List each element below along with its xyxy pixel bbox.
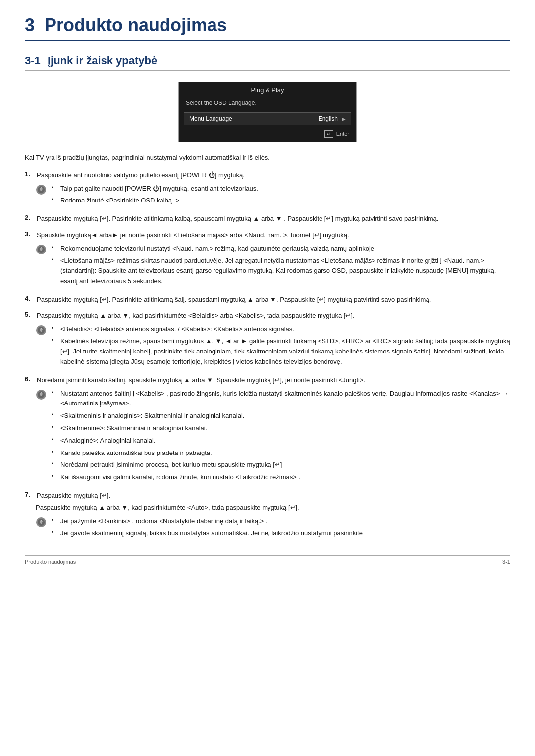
osd-arrow-icon: ▶	[342, 116, 346, 122]
bullet: •	[52, 528, 58, 536]
section-number: 3-1	[25, 54, 41, 67]
note-item: • <Skaitmeninis ir analoginis>: Skaitmen…	[52, 411, 510, 421]
step-6-number: 6.	[25, 375, 35, 383]
note-item: • <Analoginė>: Analoginiai kanalai.	[52, 436, 510, 446]
footer-left: Produkto naudojimas	[25, 559, 76, 565]
step-7-note: • Jei pažymite <Rankinis> , rodoma <Nust…	[36, 516, 510, 541]
note-text: Jei gavote skaitmeninį signalą, laikas b…	[60, 528, 363, 539]
bullet: •	[52, 244, 58, 251]
step-1-text: Paspauskite ant nuotolinio valdymo pulte…	[37, 170, 510, 181]
bullet: •	[52, 460, 58, 467]
step-7-sub-text: Paspauskite mygtuką ▲ arba ▼, kad pasiri…	[36, 504, 299, 511]
section-title-text: Įjunk ir žaisk ypatybė	[48, 54, 157, 67]
osd-menu-language-value: English ▶	[319, 115, 346, 122]
note-item: • Rodoma žinutė <Pasirinkite OSD kalbą. …	[52, 196, 510, 206]
chapter-title: 3 Produkto naudojimas	[25, 15, 510, 41]
osd-title: Plug & Play	[179, 82, 356, 97]
note-text: Rekomenduojame televizoriui nustatyti <N…	[60, 244, 376, 254]
step-5-note: • <Belaidis>: <Belaidis> antenos signala…	[36, 324, 510, 369]
osd-enter-bar: ↵ Enter	[179, 127, 356, 142]
bullet: •	[52, 389, 58, 396]
note-item: • <Belaidis>: <Belaidis> antenos signala…	[52, 324, 510, 335]
note-icon	[36, 517, 47, 528]
bullet: •	[52, 516, 58, 524]
step-2-text: Paspauskite mygtuką [↵]. Pasirinkite ati…	[37, 214, 510, 224]
bullet: •	[52, 423, 58, 431]
svg-point-8	[41, 328, 42, 329]
svg-point-5	[41, 247, 42, 248]
note-item: • <Lietošana mājās> režimas skirtas naud…	[52, 256, 510, 287]
section-title: 3-1 Įjunk ir žaisk ypatybė	[25, 54, 510, 71]
step-1-number: 1.	[25, 170, 35, 178]
note-item: • Norėdami petraukti įsiminimo procesą, …	[52, 460, 510, 470]
step-7-line: 7. Paspauskite mygtuką [↵].	[25, 491, 510, 501]
step-1-note-content: • Taip pat galite nauodti [POWER ⏻] mygt…	[52, 184, 510, 208]
step-3-number: 3.	[25, 230, 35, 238]
step-7-number: 7.	[25, 491, 35, 498]
osd-menu-language-label: Menu Language	[189, 115, 232, 122]
osd-enter-label: Enter	[336, 131, 349, 137]
intro-text: Kai TV yra iš pradžių įjungtas, pagrindi…	[25, 153, 510, 163]
note-item: • Kanalo paieška automatiškai bus pradėt…	[52, 448, 510, 458]
step-2-number: 2.	[25, 214, 35, 221]
step-6-note: • Nustatant antenos šaltinį į <Kabelis> …	[36, 389, 510, 485]
note-item: • Kai išsaugomi visi galimi kanalai, rod…	[52, 472, 510, 483]
bullet: •	[52, 472, 58, 480]
step-1-line: 1. Paspauskite ant nuotolinio valdymo pu…	[25, 170, 510, 181]
step-4-text: Paspauskite mygtuką [↵]. Pasirinkite ati…	[37, 295, 510, 305]
note-item: • Jei gavote skaitmeninį signalą, laikas…	[52, 528, 510, 539]
step-4: 4. Paspauskite mygtuką [↵]. Pasirinkite …	[25, 295, 510, 305]
step-4-number: 4.	[25, 295, 35, 302]
step-5-note-content: • <Belaidis>: <Belaidis> antenos signala…	[52, 324, 510, 369]
osd-enter-icon: ↵	[324, 130, 333, 138]
note-text: <Analoginė>: Analoginiai kanalai.	[60, 436, 156, 446]
page-footer: Produkto naudojimas 3-1	[25, 555, 510, 565]
step-3-note-content: • Rekomenduojame televizoriui nustatyti …	[52, 244, 510, 289]
note-icon	[36, 184, 47, 195]
note-text: <Skaitmeninis ir analoginis>: Skaitmenin…	[60, 411, 244, 421]
step-1-note: • Taip pat galite nauodti [POWER ⏻] mygt…	[36, 184, 510, 208]
note-text: Kanalo paieška automatiškai bus pradėta …	[60, 448, 212, 458]
svg-point-11	[41, 392, 42, 393]
bullet: •	[52, 324, 58, 332]
step-6-text: Norėdami įsiminti kanalo šaltinį, spausk…	[37, 375, 510, 386]
osd-screenshot: Plug & Play Select the OSD Language. Men…	[178, 82, 357, 142]
note-text: Taip pat galite nauodti [POWER ⏻] mygtuk…	[60, 184, 258, 194]
step-2: 2. Paspauskite mygtuką [↵]. Pasirinkite …	[25, 214, 510, 224]
step-3: 3. Spauskite mygtuką◄ arba► jei norite p…	[25, 230, 510, 289]
note-item: • <Skaitmeninė>: Skaitmeniniai ir analog…	[52, 423, 510, 434]
bullet: •	[52, 256, 58, 263]
step-7-text: Paspauskite mygtuką [↵].	[37, 491, 510, 501]
note-item: • Taip pat galite nauodti [POWER ⏻] mygt…	[52, 184, 510, 194]
bullet: •	[52, 411, 58, 418]
step-7-note-content: • Jei pažymite <Rankinis> , rodoma <Nust…	[52, 516, 510, 541]
note-text: <Skaitmeninė>: Skaitmeniniai ir analogin…	[60, 423, 207, 434]
note-text: Norėdami petraukti įsiminimo procesą, be…	[60, 460, 282, 470]
bullet: •	[52, 196, 58, 203]
svg-point-2	[41, 187, 42, 188]
osd-subtitle: Select the OSD Language.	[179, 97, 356, 110]
bullet: •	[52, 436, 58, 443]
chapter-number: 3	[25, 15, 35, 35]
bullet: •	[52, 336, 58, 344]
step-1: 1. Paspauskite ant nuotolinio valdymo pu…	[25, 170, 510, 208]
note-icon	[36, 244, 47, 255]
note-icon	[36, 325, 47, 336]
step-5-line: 5. Paspauskite mygtuką ▲ arba ▼, kad pas…	[25, 311, 510, 321]
step-7-subtext: Paspauskite mygtuką ▲ arba ▼, kad pasiri…	[36, 503, 510, 513]
note-text: Jei pažymite <Rankinis> , rodoma <Nustat…	[60, 516, 268, 527]
bullet: •	[52, 448, 58, 455]
chapter-title-text: Produkto naudojimas	[45, 15, 227, 35]
note-item: • Kabelinės televizijos režime, spausdam…	[52, 336, 510, 367]
svg-point-14	[41, 520, 42, 521]
step-6-line: 6. Norėdami įsiminti kanalo šaltinį, spa…	[25, 375, 510, 386]
note-icon	[36, 389, 47, 400]
note-text: Rodoma žinutė <Pasirinkite OSD kalbą. >.	[60, 196, 181, 206]
step-6-note-content: • Nustatant antenos šaltinį į <Kabelis> …	[52, 389, 510, 485]
note-item: • Rekomenduojame televizoriui nustatyti …	[52, 244, 510, 254]
step-3-line: 3. Spauskite mygtuką◄ arba► jei norite p…	[25, 230, 510, 241]
step-7: 7. Paspauskite mygtuką [↵]. Paspauskite …	[25, 491, 510, 541]
note-text: <Belaidis>: <Belaidis> antenos signalas.…	[60, 324, 294, 335]
step-4-line: 4. Paspauskite mygtuką [↵]. Pasirinkite …	[25, 295, 510, 305]
note-text: <Lietošana mājās> režimas skirtas naudot…	[60, 256, 510, 287]
